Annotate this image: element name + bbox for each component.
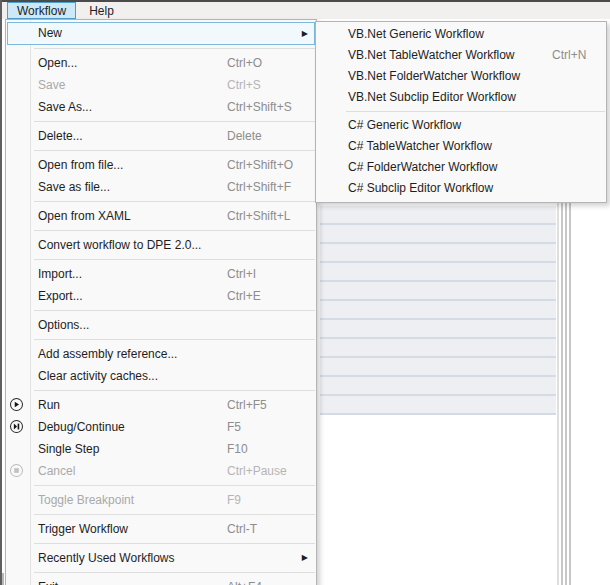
menu-item-shortcut: Ctrl+Shift+L bbox=[227, 205, 290, 227]
menu-item-label: C# Generic Workflow bbox=[348, 115, 461, 136]
menu-item-exit[interactable]: ExitAlt+F4 bbox=[6, 576, 316, 585]
menubar-item-workflow[interactable]: Workflow bbox=[7, 2, 76, 19]
menu-item-label: VB.Net TableWatcher Workflow bbox=[348, 45, 515, 66]
menu-item-options[interactable]: Options... bbox=[6, 314, 316, 336]
table-row[interactable] bbox=[320, 225, 556, 244]
menu-item-single-step[interactable]: Single StepF10 bbox=[6, 438, 316, 460]
run-icon bbox=[9, 397, 25, 413]
table-row[interactable] bbox=[320, 358, 556, 377]
menu-item-open-from-xaml[interactable]: Open from XAMLCtrl+Shift+L bbox=[6, 205, 316, 227]
submenu-item-c-subclip-editor-workflow[interactable]: C# Subclip Editor Workflow bbox=[316, 178, 606, 199]
submenu-arrow-icon: ▶ bbox=[302, 547, 308, 569]
menu-item-run[interactable]: RunCtrl+F5 bbox=[6, 394, 316, 416]
submenu-arrow-icon: ▶ bbox=[302, 23, 308, 44]
menu-item-label: VB.Net FolderWatcher Workflow bbox=[348, 66, 520, 87]
menu-item-shortcut: Ctrl+O bbox=[227, 52, 262, 74]
menu-item-label: Trigger Workflow bbox=[38, 518, 128, 540]
menu-item-label: Options... bbox=[38, 314, 89, 336]
table-row[interactable] bbox=[320, 377, 556, 396]
menu-item-label: Recently Used Workflows bbox=[38, 547, 175, 569]
menu-item-clear-activity-caches[interactable]: Clear activity caches... bbox=[6, 365, 316, 387]
menubar-item-label: Help bbox=[89, 4, 114, 18]
menu-item-shortcut: F5 bbox=[227, 416, 241, 438]
menubar-item-label: Workflow bbox=[17, 4, 66, 18]
table-row[interactable] bbox=[320, 282, 556, 301]
menu-item-label: Import... bbox=[38, 263, 82, 285]
menu-item-shortcut: F10 bbox=[227, 438, 248, 460]
table-row[interactable] bbox=[320, 206, 556, 225]
vertical-scrollbar-strip[interactable] bbox=[556, 203, 572, 585]
table-row[interactable] bbox=[320, 396, 556, 415]
cancel-stop-icon bbox=[9, 463, 25, 479]
menu-item-label: Save as file... bbox=[38, 176, 110, 198]
table-row[interactable] bbox=[320, 301, 556, 320]
menu-item-import[interactable]: Import...Ctrl+I bbox=[6, 263, 316, 285]
menu-item-shortcut: Ctrl+I bbox=[227, 263, 256, 285]
table-row[interactable] bbox=[320, 320, 556, 339]
debug-continue-icon bbox=[9, 419, 25, 435]
menu-item-cancel: CancelCtrl+Pause bbox=[6, 460, 316, 482]
menu-separator bbox=[34, 48, 315, 49]
menu-item-label: C# FolderWatcher Workflow bbox=[348, 157, 497, 178]
submenu-item-c-tablewatcher-workflow[interactable]: C# TableWatcher Workflow bbox=[316, 136, 606, 157]
menu-item-label: Open from file... bbox=[38, 154, 123, 176]
menu-separator bbox=[34, 150, 315, 151]
menubar: Workflow Help bbox=[2, 2, 610, 19]
menu-separator bbox=[34, 201, 315, 202]
app-window: { "menubar": { "items": [ {"label": "Wor… bbox=[0, 0, 610, 585]
menu-item-label: Exit bbox=[38, 576, 58, 585]
menu-separator bbox=[34, 339, 315, 340]
menu-item-label: VB.Net Subclip Editor Workflow bbox=[348, 87, 516, 108]
submenu-item-vb-net-folderwatcher-workflow[interactable]: VB.Net FolderWatcher Workflow bbox=[316, 66, 606, 87]
menu-item-convert-workflow-to-dpe-2-0[interactable]: Convert workflow to DPE 2.0... bbox=[6, 234, 316, 256]
menu-item-shortcut: Ctrl+Shift+S bbox=[227, 96, 292, 118]
new-submenu-popup: VB.Net Generic WorkflowVB.Net TableWatch… bbox=[315, 21, 607, 203]
menu-item-export[interactable]: Export...Ctrl+E bbox=[6, 285, 316, 307]
menu-item-add-assembly-reference[interactable]: Add assembly reference... bbox=[6, 343, 316, 365]
menu-item-open[interactable]: Open...Ctrl+O bbox=[6, 52, 316, 74]
submenu-item-c-folderwatcher-workflow[interactable]: C# FolderWatcher Workflow bbox=[316, 157, 606, 178]
menu-separator bbox=[34, 121, 315, 122]
menu-separator bbox=[34, 390, 315, 391]
menu-separator bbox=[34, 485, 315, 486]
workflow-menu-popup: New▶Open...Ctrl+OSaveCtrl+SSave As...Ctr… bbox=[5, 19, 317, 585]
menu-item-label: VB.Net Generic Workflow bbox=[348, 24, 484, 45]
submenu-item-vb-net-subclip-editor-workflow[interactable]: VB.Net Subclip Editor Workflow bbox=[316, 87, 606, 108]
menu-separator bbox=[34, 572, 315, 573]
menu-item-shortcut: Ctrl-T bbox=[227, 518, 257, 540]
submenu-item-vb-net-tablewatcher-workflow[interactable]: VB.Net TableWatcher WorkflowCtrl+N bbox=[316, 45, 606, 66]
table-row[interactable] bbox=[320, 339, 556, 358]
menu-item-label: New bbox=[38, 23, 62, 44]
menu-item-debug-continue[interactable]: Debug/ContinueF5 bbox=[6, 416, 316, 438]
menu-item-recently-used-workflows[interactable]: Recently Used Workflows▶ bbox=[6, 547, 316, 569]
menu-item-save-as-file[interactable]: Save as file...Ctrl+Shift+F bbox=[6, 176, 316, 198]
menu-separator bbox=[34, 259, 315, 260]
menu-item-shortcut: F9 bbox=[227, 489, 241, 511]
menu-item-new[interactable]: New▶ bbox=[7, 22, 315, 45]
menu-item-toggle-breakpoint: Toggle BreakpointF9 bbox=[6, 489, 316, 511]
menubar-item-help[interactable]: Help bbox=[79, 2, 124, 19]
menu-item-shortcut: Ctrl+N bbox=[552, 45, 586, 66]
table-row[interactable] bbox=[320, 263, 556, 282]
submenu-item-vb-net-generic-workflow[interactable]: VB.Net Generic Workflow bbox=[316, 24, 606, 45]
menu-item-shortcut: Ctrl+Pause bbox=[227, 460, 287, 482]
menu-separator bbox=[34, 543, 315, 544]
menu-item-open-from-file[interactable]: Open from file...Ctrl+Shift+O bbox=[6, 154, 316, 176]
menu-item-label: Convert workflow to DPE 2.0... bbox=[38, 234, 201, 256]
menu-item-label: C# Subclip Editor Workflow bbox=[348, 178, 493, 199]
menu-item-delete[interactable]: Delete...Delete bbox=[6, 125, 316, 147]
menu-item-shortcut: Ctrl+Shift+F bbox=[227, 176, 291, 198]
table-row[interactable] bbox=[320, 244, 556, 263]
menu-item-label: Delete... bbox=[38, 125, 83, 147]
menu-item-label: Save As... bbox=[38, 96, 92, 118]
menu-item-label: Cancel bbox=[38, 460, 75, 482]
menu-item-label: Run bbox=[38, 394, 60, 416]
menu-separator bbox=[34, 310, 315, 311]
menu-item-shortcut: Ctrl+Shift+O bbox=[227, 154, 293, 176]
menu-item-label: Open from XAML bbox=[38, 205, 131, 227]
menu-item-shortcut: Ctrl+E bbox=[227, 285, 261, 307]
menu-item-trigger-workflow[interactable]: Trigger WorkflowCtrl-T bbox=[6, 518, 316, 540]
menu-item-save-as[interactable]: Save As...Ctrl+Shift+S bbox=[6, 96, 316, 118]
menu-separator bbox=[346, 111, 605, 112]
submenu-item-c-generic-workflow[interactable]: C# Generic Workflow bbox=[316, 115, 606, 136]
